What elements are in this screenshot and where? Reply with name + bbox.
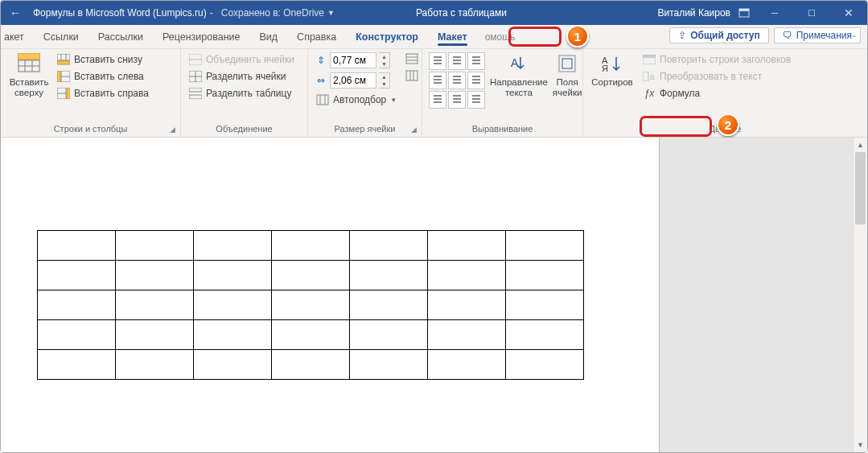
share-button[interactable]: ⇪ Общий доступ <box>669 27 769 43</box>
align-bottom-center[interactable] <box>448 91 466 109</box>
spinner-icon[interactable]: ▲▼ <box>379 72 390 89</box>
svg-rect-40 <box>643 72 648 81</box>
group-alignment: A Направление текста Поля ячейки Выравни… <box>422 49 583 137</box>
split-cells-button[interactable]: Разделить ячейки <box>187 69 296 84</box>
comments-button[interactable]: 🗨 Примечания <box>774 27 861 43</box>
svg-rect-7 <box>57 54 70 60</box>
word-table[interactable] <box>37 230 584 380</box>
split-table-icon <box>189 87 202 100</box>
align-middle-left[interactable] <box>429 72 446 89</box>
column-width-field[interactable] <box>330 72 376 89</box>
svg-rect-27 <box>406 54 418 64</box>
row-height-input[interactable]: ⇕ ▲▼ <box>315 52 398 68</box>
scroll-thumb[interactable] <box>855 152 866 224</box>
annotation-badge-1: 1 <box>566 25 589 47</box>
minimize-button[interactable]: ─ <box>756 1 793 25</box>
split-table-button[interactable]: Разделить таблицу <box>187 86 296 101</box>
column-width-input[interactable]: ⇔ ▲▼ <box>315 72 398 89</box>
svg-rect-30 <box>406 71 418 80</box>
document-area: ▲ ▼ <box>1 138 867 452</box>
dialog-launcher-icon[interactable]: ◢ <box>170 126 175 134</box>
scroll-track[interactable] <box>855 152 866 438</box>
insert-right-button[interactable]: Вставить справа <box>56 86 150 101</box>
page[interactable] <box>1 138 660 452</box>
sort-icon: AЯ <box>601 52 623 75</box>
insert-right-icon <box>57 87 70 100</box>
svg-rect-35 <box>562 59 572 68</box>
scroll-down-icon[interactable]: ▼ <box>854 438 867 452</box>
close-button[interactable]: ✕ <box>830 1 867 25</box>
page-margin-area <box>659 138 853 452</box>
distribute-rows-button[interactable] <box>405 52 418 65</box>
distribute-columns-button[interactable] <box>405 69 418 82</box>
align-bottom-right[interactable] <box>467 91 485 109</box>
vertical-scrollbar[interactable]: ▲ ▼ <box>853 138 867 452</box>
formula-button[interactable]: ƒx Формула <box>641 86 792 101</box>
window-controls: ─ ☐ ✕ <box>756 1 867 25</box>
group-alignment-label: Выравнивание <box>429 124 576 135</box>
text-direction-button[interactable]: A Направление текста <box>490 52 548 97</box>
tab-references[interactable]: Ссылки <box>34 25 88 48</box>
insert-above-icon <box>18 52 40 75</box>
tab-view[interactable]: Вид <box>249 25 287 48</box>
ribbon-tabs: акет Ссылки Рассылки Рецензирование Вид … <box>1 25 867 49</box>
spinner-icon[interactable]: ▲▼ <box>379 52 390 68</box>
align-middle-right[interactable] <box>467 72 485 89</box>
svg-rect-16 <box>67 88 70 99</box>
group-cell-size: ⇕ ▲▼ ⇔ ▲▼ Автоподбор ▼ Р <box>308 49 422 137</box>
align-top-right[interactable] <box>467 52 485 70</box>
chevron-down-icon[interactable]: ▼ <box>327 9 335 17</box>
svg-text:a: a <box>650 72 655 81</box>
svg-rect-34 <box>559 56 575 72</box>
tab-mailings[interactable]: Рассылки <box>88 25 153 48</box>
user-account[interactable]: Виталий Каиров <box>657 1 730 25</box>
autofit-button[interactable]: Автоподбор ▼ <box>315 93 398 107</box>
scroll-up-icon[interactable]: ▲ <box>854 138 867 152</box>
insert-left-button[interactable]: Вставить слева <box>56 69 150 84</box>
repeat-header-icon <box>643 53 656 66</box>
group-rows-columns-label: Строки и столбцы <box>54 124 128 134</box>
tell-me-cut[interactable]: омощь <box>477 25 524 48</box>
svg-text:A: A <box>511 56 519 69</box>
sort-button[interactable]: AЯ Сортиров <box>590 52 635 88</box>
collapse-ribbon-icon[interactable]: ˆ <box>853 35 864 46</box>
svg-rect-22 <box>189 88 202 92</box>
merge-cells-button[interactable]: Объединить ячейки <box>187 52 296 67</box>
repeat-header-rows-button[interactable]: Повторить строки заголовков <box>641 52 792 67</box>
svg-rect-10 <box>57 61 70 64</box>
tab-review[interactable]: Рецензирование <box>153 25 250 48</box>
maximize-button[interactable]: ☐ <box>793 1 830 25</box>
tab-table-design[interactable]: Конструктор <box>346 25 428 48</box>
split-cells-icon <box>189 70 202 83</box>
align-bottom-left[interactable] <box>429 91 446 109</box>
align-middle-center[interactable] <box>448 72 466 89</box>
back-icon[interactable]: ← <box>1 6 30 19</box>
tab-table-layout[interactable]: Макет <box>428 25 477 48</box>
save-location[interactable]: Сохранено в: OneDrive <box>221 7 324 19</box>
dialog-launcher-icon[interactable]: ◢ <box>411 126 417 134</box>
contextual-tab-title: Работа с таблицами <box>401 1 521 25</box>
cell-margins-button[interactable]: Поля ячейки <box>553 52 582 97</box>
convert-to-text-button[interactable]: a Преобразовать в текст <box>641 69 770 84</box>
document-title: Формулы в Microsoft Word (Lumpics.ru) <box>30 7 207 19</box>
insert-left-icon <box>57 70 70 83</box>
tab-page-layout-cut[interactable]: акет <box>2 25 34 48</box>
group-merge-label: Объединение <box>187 124 301 135</box>
group-cell-size-label: Размер ячейки <box>335 124 396 134</box>
align-top-center[interactable] <box>448 52 466 70</box>
svg-rect-24 <box>317 95 328 105</box>
tab-help[interactable]: Справка <box>287 25 346 48</box>
width-icon: ⇔ <box>315 75 327 86</box>
svg-rect-6 <box>18 53 40 60</box>
share-icon: ⇪ <box>678 30 686 41</box>
annotation-badge-2: 2 <box>717 113 739 136</box>
comment-icon: 🗨 <box>783 30 792 41</box>
cell-margins-icon <box>556 52 578 75</box>
user-name: Виталий Каиров <box>657 7 730 19</box>
svg-rect-1 <box>739 9 749 11</box>
insert-below-button[interactable]: Вставить снизу <box>56 52 150 67</box>
ribbon-display-options-icon[interactable] <box>732 1 756 25</box>
align-top-left[interactable] <box>429 52 446 70</box>
row-height-field[interactable] <box>330 52 376 68</box>
insert-above-button[interactable]: Вставить сверху <box>7 52 51 97</box>
